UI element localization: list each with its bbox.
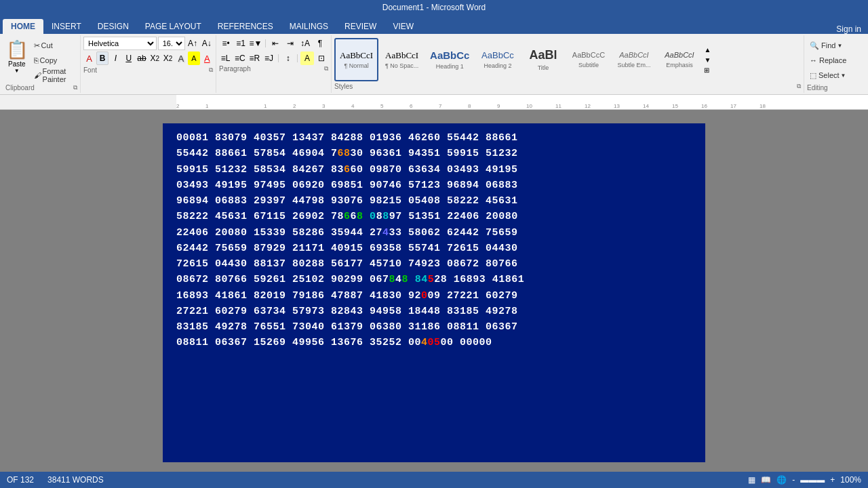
view-layout-icon[interactable]: ▦ (748, 475, 755, 485)
tab-mailings[interactable]: MAILINGS (281, 19, 336, 34)
style-normal[interactable]: AaBbCcI ¶ Normal (334, 38, 378, 81)
text-effects-btn[interactable]: A (175, 52, 186, 65)
format-painter-icon: 🖌 (34, 71, 41, 79)
main-area: 00081 83079 40357 13437 84288 01936 4626… (0, 110, 868, 472)
doc-line-2: 55442 88661 57854 46904 76830 96361 9435… (176, 146, 692, 161)
style-subtitle-label: Subtitle (578, 62, 599, 68)
style-heading1-label: Heading 1 (436, 63, 464, 70)
sign-in-btn[interactable]: Sign in (829, 24, 868, 34)
bullets-btn[interactable]: ≡• (219, 37, 233, 50)
zoom-level: 100% (840, 475, 861, 485)
tab-view[interactable]: VIEW (384, 19, 422, 34)
font-color-btn[interactable]: A (201, 52, 213, 65)
tab-design[interactable]: DESIGN (90, 19, 137, 34)
zoom-out-btn[interactable]: - (792, 475, 795, 485)
paste-button[interactable]: 📋 Paste ▼ (5, 37, 28, 76)
increase-font-btn[interactable]: A↑ (186, 37, 199, 50)
style-title[interactable]: AaBl Title (521, 38, 565, 81)
styles-more[interactable]: ⊞ (703, 65, 712, 75)
styles-expand[interactable]: ⧉ (797, 83, 801, 90)
select-button[interactable]: ⬚ Select ▼ (807, 68, 863, 82)
find-button[interactable]: 🔍 Find ▼ (807, 39, 863, 52)
underline-btn[interactable]: U (123, 52, 134, 65)
sort-btn[interactable]: ↕A (298, 37, 312, 50)
copy-button[interactable]: ⎘ Copy (31, 54, 77, 67)
tab-references[interactable]: REFERENCES (210, 19, 281, 34)
font-expand[interactable]: ⧉ (209, 66, 213, 74)
borders-btn[interactable]: ⊡ (315, 52, 328, 65)
style-subtle-em[interactable]: AaBbCcI Subtle Em... (612, 38, 656, 81)
font-size-select[interactable]: 16.5 (158, 37, 185, 50)
word-count: 38411 WORDS (47, 475, 104, 485)
italic-btn[interactable]: I (110, 52, 121, 65)
decrease-font-btn[interactable]: A↓ (200, 37, 213, 50)
styles-scroll-up[interactable]: ▲ (703, 45, 712, 55)
numbering-btn[interactable]: ≡1 (234, 37, 248, 50)
style-no-spacing-preview: AaBbCcI (385, 50, 418, 61)
style-normal-label: ¶ Normal (344, 62, 368, 69)
increase-indent-btn[interactable]: ⇥ (283, 37, 297, 50)
editing-group: 🔍 Find ▼ ↔ Replace ⬚ Select ▼ Editing (804, 35, 865, 93)
view-read-icon[interactable]: 📖 (761, 475, 771, 485)
font-name-select[interactable]: Helvetica (83, 37, 157, 50)
shading-btn[interactable]: A (300, 52, 313, 65)
font-group: Helvetica 16.5 A↑ A↓ A B I U ab X2 X2 A … (81, 35, 216, 93)
paste-label: Paste (8, 60, 26, 68)
highlight-btn[interactable]: A (188, 52, 199, 65)
doc-line-10: 08672 80766 59261 25102 90299 067848 845… (176, 272, 692, 287)
clipboard-expand[interactable]: ⧉ (73, 84, 77, 92)
format-painter-button[interactable]: 🖌 Format Painter (31, 68, 77, 82)
align-left-btn[interactable]: ≡L (219, 52, 232, 65)
tab-page-layout[interactable]: PAGE LAYOUT (137, 19, 210, 34)
line-spacing-btn[interactable]: ↕ (281, 52, 294, 65)
strikethrough-btn[interactable]: ab (136, 52, 147, 65)
ribbon: 📋 Paste ▼ ✂ Cut ⎘ Copy 🖌 Format Painter (0, 34, 868, 95)
replace-icon: ↔ (810, 56, 817, 64)
doc-line-1: 00081 83079 40357 13437 84288 01936 4626… (176, 130, 692, 146)
zoom-slider[interactable]: ▬▬▬ (800, 475, 825, 485)
bold-btn[interactable]: B (96, 52, 108, 65)
style-heading2-label: Heading 2 (484, 62, 511, 69)
zoom-in-btn[interactable]: + (830, 475, 835, 485)
style-emphasis-preview: AaBbCcI (665, 51, 694, 60)
paste-icon: 📋 (6, 39, 28, 60)
tab-insert[interactable]: INSERT (43, 19, 90, 34)
view-web-icon[interactable]: 🌐 (776, 475, 787, 485)
doc-line-12: 27221 60279 63734 57973 82843 94958 1844… (176, 304, 692, 319)
subscript-btn[interactable]: X2 (149, 52, 161, 65)
doc-line-7: 22406 20080 15339 58286 35944 27433 5806… (176, 225, 692, 241)
style-emphasis[interactable]: AaBbCcI Emphasis (657, 38, 701, 81)
document-scroll[interactable]: 00081 83079 40357 13437 84288 01936 4626… (0, 110, 868, 472)
style-no-spacing-label: ¶ No Spac... (385, 62, 418, 69)
doc-line-8: 62442 75659 87929 21171 40915 69358 5574… (176, 241, 692, 256)
justify-btn[interactable]: ≡J (262, 52, 275, 65)
show-formatting-btn[interactable]: ¶ (313, 37, 327, 50)
cut-label: Cut (41, 41, 53, 49)
decrease-indent-btn[interactable]: ⇤ (269, 37, 282, 50)
doc-line-11: 16893 41861 82019 79186 47887 41830 9200… (176, 288, 692, 304)
paragraph-expand[interactable]: ⧉ (324, 65, 328, 73)
superscript-btn[interactable]: X2 (162, 52, 174, 65)
paragraph-group: ≡• ≡1 ≡▼ ⇤ ⇥ ↕A ¶ ≡L ≡C ≡R ≡J ↕ A ⊡ Para… (216, 35, 332, 93)
find-label: Find (821, 41, 835, 49)
multilevel-btn[interactable]: ≡▼ (249, 37, 262, 50)
style-heading2[interactable]: AaBbCc Heading 2 (475, 38, 519, 81)
replace-label: Replace (819, 56, 846, 64)
style-subtitle[interactable]: AaBbCcC Subtitle (566, 38, 610, 81)
style-normal-preview: AaBbCcI (340, 50, 373, 61)
style-no-spacing[interactable]: AaBbCcI ¶ No Spac... (380, 38, 424, 81)
align-center-btn[interactable]: ≡C (233, 52, 246, 65)
tab-review[interactable]: REVIEW (336, 19, 384, 34)
ruler: 21123456789101112131415161718 (0, 95, 868, 110)
title-text: Document1 - Microsoft Word (382, 3, 486, 12)
styles-group: AaBbCcI ¶ Normal AaBbCcI ¶ No Spac... Aa… (332, 35, 804, 93)
tab-home[interactable]: HOME (3, 19, 43, 34)
style-title-preview: AaBl (529, 48, 557, 63)
replace-button[interactable]: ↔ Replace (807, 54, 863, 67)
editing-label: Editing (807, 84, 863, 92)
cut-button[interactable]: ✂ Cut (31, 39, 77, 52)
clear-formatting-btn[interactable]: A (83, 52, 95, 65)
align-right-btn[interactable]: ≡R (248, 52, 261, 65)
styles-scroll-down[interactable]: ▼ (703, 55, 712, 65)
style-heading1[interactable]: AaBbCc Heading 1 (425, 38, 474, 81)
